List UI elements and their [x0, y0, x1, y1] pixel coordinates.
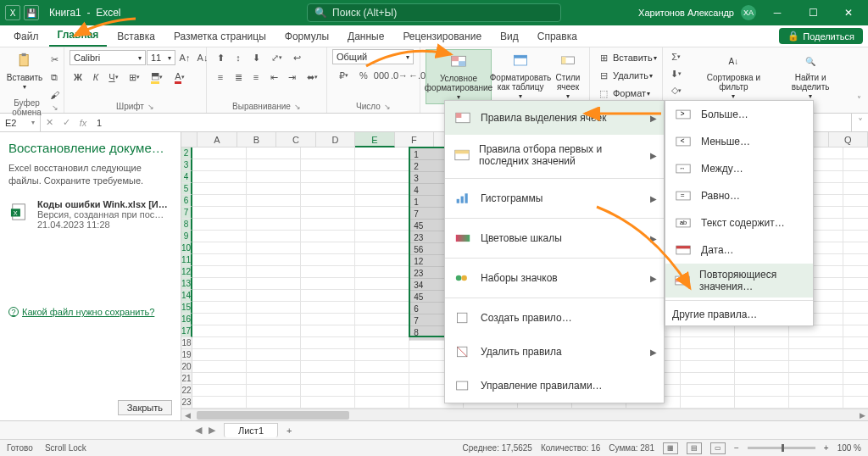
cell[interactable] — [192, 219, 247, 231]
cell[interactable] — [192, 254, 247, 266]
sort-filter-button[interactable]: A↓ Сортировка и фильтр ▾ — [693, 49, 775, 103]
cell[interactable] — [247, 361, 301, 373]
cell[interactable] — [192, 314, 247, 325]
cell[interactable] — [843, 219, 868, 231]
row-header[interactable]: 2 — [181, 147, 192, 159]
cell[interactable] — [192, 231, 247, 242]
cell[interactable] — [789, 373, 843, 385]
autosum-button[interactable]: Σ▾ — [668, 49, 685, 65]
fill-button[interactable]: ⬇▾ — [668, 66, 685, 82]
recovered-file-item[interactable]: X Коды ошибки Wink.xlsx [И… Версия, созд… — [8, 199, 172, 230]
cell[interactable] — [301, 314, 355, 325]
bold-button[interactable]: Ж — [70, 69, 86, 86]
row-header[interactable]: 14 — [181, 290, 192, 302]
select-all-corner[interactable] — [181, 132, 198, 147]
currency-button[interactable]: ₽▾ — [332, 67, 354, 84]
conditional-formatting-button[interactable]: Условное форматирование ▾ — [426, 49, 492, 104]
cell[interactable] — [192, 278, 247, 290]
view-normal-button[interactable]: ▦ — [663, 442, 678, 454]
cell[interactable] — [355, 195, 409, 207]
cell[interactable] — [681, 397, 735, 409]
cell[interactable] — [192, 183, 247, 195]
font-size-select[interactable]: 11▾ — [147, 50, 175, 65]
scroll-left-icon[interactable]: ◀ — [181, 411, 193, 420]
menu-item[interactable]: Правила отбора первых и последних значен… — [445, 135, 664, 175]
zoom-in-button[interactable]: + — [824, 443, 829, 453]
cell[interactable] — [301, 266, 355, 278]
cell[interactable] — [843, 325, 868, 337]
cell[interactable] — [735, 385, 789, 397]
underline-button[interactable]: Ч▾ — [105, 69, 122, 86]
formula-expand-button[interactable]: ˅ — [851, 114, 868, 131]
row-header[interactable]: 4 — [181, 171, 192, 183]
row-header[interactable]: 10 — [181, 242, 192, 254]
wrap-text-button[interactable]: ↩ — [288, 49, 305, 66]
cell[interactable] — [843, 266, 868, 278]
cell[interactable] — [301, 219, 355, 231]
ribbon-collapse-button[interactable]: ˅ — [850, 47, 868, 113]
align-left-button[interactable]: ≡ — [212, 69, 229, 86]
cell[interactable] — [301, 385, 355, 397]
indent-dec-button[interactable]: ⇤ — [265, 69, 282, 86]
dialog-launcher-icon[interactable]: ↘ — [294, 103, 301, 111]
cell[interactable] — [247, 207, 301, 219]
cell[interactable] — [301, 373, 355, 385]
cell[interactable] — [355, 183, 409, 195]
column-header[interactable]: D — [316, 132, 356, 147]
cell[interactable] — [247, 325, 301, 337]
share-button[interactable]: 🔒 Поделиться — [779, 28, 863, 44]
avatar[interactable]: ХА — [741, 5, 756, 20]
row-header[interactable]: 22 — [181, 385, 192, 397]
recovery-help-link[interactable]: ?Какой файл нужно сохранить? — [8, 307, 172, 322]
dialog-launcher-icon[interactable]: ↘ — [384, 103, 391, 111]
scroll-right-icon[interactable]: ▶ — [856, 411, 868, 420]
align-center-button[interactable]: ≣ — [230, 69, 247, 86]
cell[interactable] — [735, 337, 789, 349]
cell[interactable] — [301, 254, 355, 266]
cell[interactable] — [843, 231, 868, 242]
cell[interactable] — [681, 349, 735, 361]
cut-button[interactable]: ✂ — [46, 51, 63, 68]
row-header[interactable]: 19 — [181, 349, 192, 361]
cell[interactable] — [247, 231, 301, 242]
cell[interactable] — [247, 290, 301, 302]
cell[interactable] — [192, 385, 247, 397]
cell[interactable] — [355, 302, 409, 314]
cell[interactable] — [192, 195, 247, 207]
cell[interactable] — [843, 207, 868, 219]
horizontal-scrollbar[interactable]: ◀ ▶ — [181, 409, 868, 420]
tab-данные[interactable]: Данные — [339, 27, 392, 47]
cell[interactable] — [789, 325, 843, 337]
cell[interactable] — [301, 231, 355, 242]
cell[interactable] — [355, 278, 409, 290]
recovery-close-button[interactable]: Закрыть — [118, 400, 172, 415]
cell[interactable] — [247, 278, 301, 290]
sheet-tab[interactable]: Лист1 — [224, 423, 278, 437]
cell[interactable] — [843, 373, 868, 385]
cell[interactable] — [192, 171, 247, 183]
cell[interactable] — [192, 397, 247, 409]
cell[interactable] — [301, 171, 355, 183]
percent-button[interactable]: % — [355, 67, 372, 84]
cell[interactable] — [301, 337, 355, 349]
menu-item[interactable]: =Равно… — [665, 182, 813, 209]
formula-input[interactable]: 1 — [92, 118, 102, 128]
cell[interactable] — [192, 290, 247, 302]
paste-button[interactable]: Вставить▾ — [5, 49, 44, 93]
menu-item[interactable]: Другие правила… — [665, 303, 813, 325]
cell[interactable] — [192, 337, 247, 349]
cell[interactable] — [192, 349, 247, 361]
cell[interactable] — [735, 349, 789, 361]
cell[interactable] — [247, 171, 301, 183]
menu-item[interactable]: Гистограммы▶ — [445, 181, 664, 215]
cell[interactable] — [301, 302, 355, 314]
row-header[interactable]: 18 — [181, 337, 192, 349]
cell[interactable] — [355, 325, 409, 337]
cell[interactable] — [735, 361, 789, 373]
row-header[interactable]: 5 — [181, 183, 192, 195]
column-header[interactable]: C — [276, 132, 316, 147]
indent-inc-button[interactable]: ⇥ — [283, 69, 300, 86]
row-header[interactable]: 20 — [181, 361, 192, 373]
copy-button[interactable]: ⧉ — [46, 69, 63, 86]
cell[interactable] — [355, 290, 409, 302]
